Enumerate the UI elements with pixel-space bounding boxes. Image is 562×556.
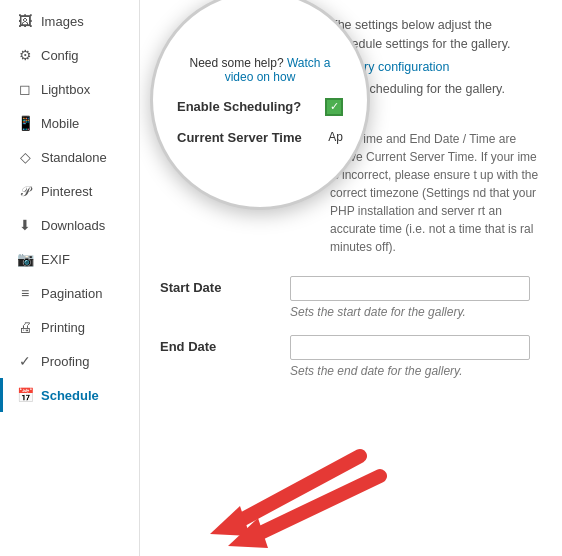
start-date-label: Start Date [160,276,290,295]
enable-scheduling-label: Enable Scheduling? [177,99,301,114]
help-text: Need some help? [190,56,284,70]
arrows-container [170,446,370,546]
sidebar-item-exif[interactable]: 📷 EXIF [0,242,139,276]
start-date-row: Start Date Sets the start date for the g… [160,272,542,319]
sidebar-item-label: Pinterest [41,184,92,199]
standalone-icon: ◇ [17,149,33,165]
start-date-desc: Sets the start date for the gallery. [290,305,542,319]
pagination-icon: ≡ [17,285,33,301]
server-time-row: Current Server Time Ap [177,130,343,145]
config-icon: ⚙ [17,47,33,63]
start-date-field: Sets the start date for the gallery. [290,276,542,319]
sidebar-item-pinterest[interactable]: 𝒫 Pinterest [0,174,139,208]
sidebar-item-lightbox[interactable]: ◻ Lightbox [0,72,139,106]
sidebar-item-label: Proofing [41,354,89,369]
sidebar-item-label: Downloads [41,218,105,233]
enable-scheduling-row: Enable Scheduling? ✓ [177,98,343,116]
red-arrows-svg [170,446,390,556]
sidebar-item-mobile[interactable]: 📱 Mobile [0,106,139,140]
time-info-block: ate / Time and End Date / Time are above… [330,130,542,256]
sidebar-item-standalone[interactable]: ◇ Standalone [0,140,139,174]
sidebar-item-downloads[interactable]: ⬇ Downloads [0,208,139,242]
end-date-desc: Sets the end date for the gallery. [290,364,542,378]
end-date-input[interactable] [290,335,530,360]
form-area: Start Date Sets the start date for the g… [160,272,542,378]
end-date-row: End Date Sets the end date for the galle… [160,331,542,378]
exif-icon: 📷 [17,251,33,267]
magnifier-overlay: Need some help? Watch a video on how Ena… [150,0,370,210]
sidebar-item-label: Pagination [41,286,102,301]
sidebar-item-label: EXIF [41,252,70,267]
pinterest-icon: 𝒫 [17,183,33,199]
sidebar-item-config[interactable]: ⚙ Config [0,38,139,72]
start-date-input[interactable] [290,276,530,301]
sidebar-item-label: Mobile [41,116,79,131]
sidebar: 🖼 Images ⚙ Config ◻ Lightbox 📱 Mobile ◇ … [0,0,140,556]
sidebar-item-label: Standalone [41,150,107,165]
end-date-field: Sets the end date for the gallery. [290,335,542,378]
sidebar-item-printing[interactable]: 🖨 Printing [0,310,139,344]
sidebar-item-label: Printing [41,320,85,335]
sidebar-item-label: Config [41,48,79,63]
sidebar-item-proofing[interactable]: ✓ Proofing [0,344,139,378]
lightbox-icon: ◻ [17,81,33,97]
sidebar-item-schedule[interactable]: 📅 Schedule [0,378,139,412]
main-content: Need some help? Watch a video on how Ena… [140,0,562,556]
schedule-icon: 📅 [17,387,33,403]
sidebar-item-pagination[interactable]: ≡ Pagination [0,276,139,310]
enable-scheduling-checkbox[interactable]: ✓ [325,98,343,116]
sidebar-item-label: Lightbox [41,82,90,97]
proofing-icon: ✓ [17,353,33,369]
top-description: The settings below adjust the Schedule s… [330,16,542,54]
mobile-icon: 📱 [17,115,33,131]
sidebar-item-images[interactable]: 🖼 Images [0,4,139,38]
server-time-value: Ap [328,130,343,144]
sidebar-item-label: Images [41,14,84,29]
server-time-label: Current Server Time [177,130,302,145]
downloads-icon: ⬇ [17,217,33,233]
end-date-label: End Date [160,335,290,354]
top-desc-text: The settings below adjust the Schedule s… [330,18,510,51]
sidebar-item-label: Schedule [41,388,99,403]
images-icon: 🖼 [17,13,33,29]
help-text-line: Need some help? Watch a video on how [177,56,343,84]
printing-icon: 🖨 [17,319,33,335]
